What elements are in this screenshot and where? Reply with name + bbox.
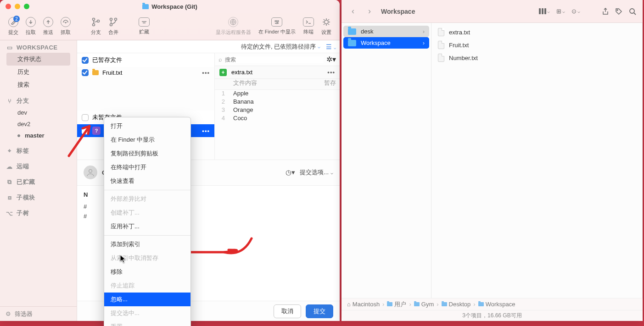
submodule-section-head[interactable]: ⧈子模块 bbox=[6, 193, 70, 202]
tags-button[interactable] bbox=[615, 8, 622, 15]
avatar bbox=[84, 166, 97, 179]
finder-item-desk[interactable]: desk› bbox=[343, 26, 429, 37]
branch-label: 分支 bbox=[91, 29, 101, 36]
traffic-lights bbox=[6, 4, 29, 9]
diff-file-header: + extra.txt ••• bbox=[215, 66, 340, 79]
show-remote-button[interactable]: 显示远程服务器 bbox=[212, 17, 255, 36]
group-by-button[interactable]: ⊞⌵ bbox=[556, 8, 565, 15]
commit-options-button[interactable]: 提交选项...⌵ bbox=[300, 168, 333, 177]
svg-point-4 bbox=[110, 24, 112, 26]
unstaged-checkbox[interactable] bbox=[82, 114, 89, 121]
diff-search-input[interactable] bbox=[225, 56, 324, 63]
push-button[interactable]: 推送 bbox=[39, 17, 57, 36]
diff-line[interactable]: 2Banana bbox=[215, 98, 340, 106]
svg-point-2 bbox=[97, 20, 100, 22]
path-label: Workspace bbox=[486, 301, 515, 308]
chevron-right-icon: › bbox=[423, 39, 425, 46]
stash-button[interactable]: 贮藏 bbox=[135, 17, 153, 35]
share-button[interactable] bbox=[602, 8, 609, 15]
staged-checkbox[interactable] bbox=[82, 57, 89, 64]
context-menu-item[interactable]: 应用补丁... bbox=[104, 220, 190, 233]
tree-icon: ⌥ bbox=[6, 210, 13, 216]
diff-line[interactable]: 3Orange bbox=[215, 106, 340, 115]
cancel-button[interactable]: 取消 bbox=[274, 304, 301, 318]
submodule-label: 子模块 bbox=[17, 193, 35, 202]
line-text: Orange bbox=[229, 106, 253, 115]
diff-line[interactable]: 4Coco bbox=[215, 115, 340, 123]
push-label: 推送 bbox=[43, 29, 53, 36]
fetch-button[interactable]: 抓取 bbox=[57, 17, 74, 36]
file-checkbox[interactable] bbox=[82, 69, 89, 76]
branch-icon: ⑂ bbox=[6, 98, 13, 104]
commit-label: 提交 bbox=[8, 29, 18, 36]
finder-item-fruit[interactable]: Fruit.txt bbox=[433, 39, 640, 51]
finder-col-1: desk› Workspace› bbox=[342, 23, 431, 298]
forward-button[interactable]: › bbox=[364, 6, 375, 17]
sidebar-item-search[interactable]: 搜索 bbox=[6, 78, 70, 91]
file-checkbox[interactable] bbox=[82, 127, 89, 134]
path-item[interactable]: Workspace bbox=[478, 301, 515, 308]
item-name: extra.txt bbox=[449, 29, 470, 36]
remote-section-head[interactable]: ☁远端 bbox=[6, 162, 70, 171]
finder-item-number[interactable]: Number.txt bbox=[433, 51, 640, 64]
finder-item-extra[interactable]: extra.txt bbox=[433, 26, 640, 39]
terminal-button[interactable]: 终端 bbox=[299, 17, 318, 35]
context-menu-item[interactable]: 添加到索引 bbox=[104, 238, 190, 251]
path-item[interactable]: Desktop bbox=[442, 301, 471, 308]
sidebar-item-history[interactable]: 历史 bbox=[6, 66, 70, 78]
unknown-status-icon: ? bbox=[92, 127, 101, 135]
more-icon[interactable]: ••• bbox=[202, 69, 210, 76]
commit-history-button[interactable]: ◷▾ bbox=[286, 168, 295, 177]
more-icon[interactable]: ••• bbox=[327, 69, 335, 76]
branch-button[interactable]: 分支 bbox=[87, 17, 105, 36]
minimize-icon[interactable] bbox=[15, 4, 20, 9]
document-icon bbox=[438, 54, 444, 62]
search-icon bbox=[629, 8, 636, 15]
commit-options-label: 提交选项... bbox=[300, 168, 329, 177]
more-icon[interactable]: ••• bbox=[202, 127, 210, 134]
search-button[interactable] bbox=[629, 8, 636, 15]
commit-submit-button[interactable]: 提交 bbox=[306, 304, 333, 318]
sidebar-item-file-status[interactable]: 文件状态 bbox=[6, 53, 70, 66]
line-text: Banana bbox=[229, 98, 254, 106]
branch-item-master[interactable]: master bbox=[6, 130, 70, 141]
staged-header: 已暂存文件 bbox=[77, 53, 214, 67]
gear-icon[interactable]: ✲▾ bbox=[326, 55, 336, 64]
pull-button[interactable]: 拉取 bbox=[22, 17, 39, 36]
gear-icon bbox=[322, 17, 331, 27]
chevron-right-icon: › bbox=[423, 28, 425, 35]
context-menu-item[interactable]: 复制路径到剪贴板 bbox=[104, 147, 190, 160]
list-view-icon[interactable]: ☰ ⌵ bbox=[326, 43, 336, 50]
close-icon[interactable] bbox=[6, 4, 11, 9]
tag-section-head[interactable]: ⌖标签 bbox=[6, 147, 70, 155]
staged-file-row[interactable]: Fruit.txt ••• bbox=[77, 67, 214, 78]
stash-section-head[interactable]: ⧉已贮藏 bbox=[6, 178, 70, 186]
context-menu-item[interactable]: 移除 bbox=[104, 265, 190, 279]
merge-button[interactable]: 合并 bbox=[105, 17, 122, 36]
workspace-label: WORKSPACE bbox=[17, 44, 57, 51]
path-item[interactable]: Gym bbox=[414, 301, 434, 308]
context-menu-item[interactable]: 在终端中打开 bbox=[104, 160, 190, 174]
maximize-icon[interactable] bbox=[24, 4, 29, 9]
branch-section-head[interactable]: ⑂分支 bbox=[6, 97, 70, 105]
path-item[interactable]: 用户 bbox=[387, 300, 406, 309]
settings-button[interactable]: 设置 bbox=[318, 17, 335, 36]
commit-button[interactable]: 2 提交 bbox=[5, 17, 22, 36]
context-menu-item[interactable]: 忽略... bbox=[104, 293, 190, 306]
sort-label: 待定的文件, 已依照路径排序 bbox=[241, 43, 316, 51]
context-menu-item[interactable]: 快速查看 bbox=[104, 174, 190, 188]
sort-dropdown[interactable]: 待定的文件, 已依照路径排序⌵ bbox=[241, 43, 320, 51]
line-number: 1 bbox=[215, 90, 229, 98]
diff-line[interactable]: 1Apple bbox=[215, 90, 340, 98]
action-button[interactable]: ⊙⌵ bbox=[571, 8, 580, 15]
context-menu-item[interactable]: 打开 bbox=[104, 119, 190, 133]
subtree-section-head[interactable]: ⌥子树 bbox=[6, 209, 70, 217]
branch-item-dev2[interactable]: dev2 bbox=[6, 118, 70, 130]
context-menu-item[interactable]: 在 Finder 中显示 bbox=[104, 133, 190, 147]
back-button[interactable]: ‹ bbox=[348, 6, 358, 17]
path-item[interactable]: ⌂Macintosh bbox=[347, 301, 380, 308]
show-in-finder-button[interactable]: 在 Finder 中显示 bbox=[255, 17, 299, 35]
view-columns-button[interactable]: ⌵ bbox=[539, 8, 550, 14]
branch-item-dev[interactable]: dev bbox=[6, 107, 70, 118]
finder-item-workspace[interactable]: Workspace› bbox=[343, 37, 429, 49]
